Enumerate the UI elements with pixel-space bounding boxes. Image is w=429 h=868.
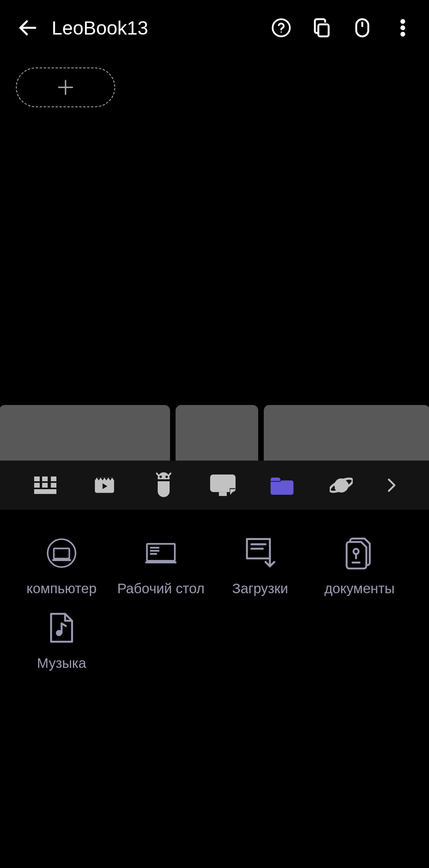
tab-remote-desktop[interactable] <box>209 471 237 500</box>
documents-icon <box>344 538 375 569</box>
folder-desktop[interactable]: Рабочий стол <box>115 538 207 596</box>
tab-bar <box>0 461 429 510</box>
svg-rect-15 <box>42 483 48 488</box>
svg-point-7 <box>400 25 405 30</box>
svg-rect-28 <box>147 544 175 561</box>
header-actions <box>271 17 413 38</box>
copy-button[interactable] <box>311 17 332 38</box>
help-button[interactable] <box>271 17 292 38</box>
folder-grid: компьютер Рабочий стол Загрузки <box>0 510 429 699</box>
computer-icon <box>46 538 77 569</box>
android-debug-icon <box>152 472 176 498</box>
planet-icon <box>330 474 353 497</box>
svg-point-6 <box>400 19 405 24</box>
recent-card[interactable] <box>176 405 258 461</box>
folder-documents[interactable]: документы <box>314 538 405 596</box>
tab-keyboard[interactable] <box>31 471 60 500</box>
svg-point-18 <box>160 476 162 478</box>
empty-area <box>0 107 429 405</box>
svg-point-24 <box>334 478 348 492</box>
folder-label: Загрузки <box>232 581 288 596</box>
more-vertical-icon <box>400 17 405 38</box>
tab-browser[interactable] <box>327 471 356 500</box>
add-button[interactable] <box>16 68 115 107</box>
plus-icon <box>56 78 75 96</box>
page-title: LeoBook13 <box>52 17 271 39</box>
video-icon <box>93 474 116 497</box>
svg-rect-3 <box>318 24 329 36</box>
folder-computer[interactable]: компьютер <box>16 538 107 596</box>
svg-rect-21 <box>219 492 227 496</box>
svg-rect-11 <box>34 476 40 481</box>
more-button[interactable] <box>392 17 413 38</box>
svg-rect-13 <box>51 476 56 481</box>
svg-rect-17 <box>34 489 56 494</box>
svg-point-8 <box>400 32 405 37</box>
help-icon <box>271 17 292 38</box>
svg-rect-12 <box>42 476 48 481</box>
recent-cards-row <box>0 405 429 461</box>
chevron-right-icon <box>387 478 396 492</box>
folder-label: Рабочий стол <box>117 581 205 596</box>
mouse-icon <box>354 17 370 38</box>
tab-folder[interactable] <box>268 471 296 500</box>
folder-label: компьютер <box>27 581 97 596</box>
keyboard-icon <box>34 476 56 494</box>
desktop-icon <box>145 538 176 569</box>
folder-music[interactable]: Музыка <box>16 612 107 671</box>
tab-scroll-right[interactable] <box>386 479 398 491</box>
svg-point-1 <box>272 19 290 36</box>
tab-android[interactable] <box>149 471 178 500</box>
header: LeoBook13 <box>0 0 429 56</box>
folder-label: Музыка <box>37 655 86 671</box>
recent-card[interactable] <box>264 405 429 461</box>
music-icon <box>46 612 77 643</box>
svg-rect-26 <box>54 548 70 558</box>
recent-card[interactable] <box>0 405 170 461</box>
svg-rect-14 <box>34 483 40 488</box>
svg-point-25 <box>48 539 75 567</box>
svg-point-19 <box>166 476 168 478</box>
remote-desktop-icon <box>210 474 236 496</box>
folder-icon <box>271 476 294 495</box>
back-button[interactable] <box>16 16 40 40</box>
tab-video[interactable] <box>90 471 119 500</box>
folder-label: документы <box>325 581 395 596</box>
mouse-button[interactable] <box>352 17 373 38</box>
folder-downloads[interactable]: Загрузки <box>214 538 306 596</box>
copy-icon <box>311 17 332 38</box>
svg-rect-16 <box>51 483 56 488</box>
arrow-left-icon <box>17 17 39 39</box>
svg-point-2 <box>280 31 282 33</box>
downloads-icon <box>245 538 276 569</box>
